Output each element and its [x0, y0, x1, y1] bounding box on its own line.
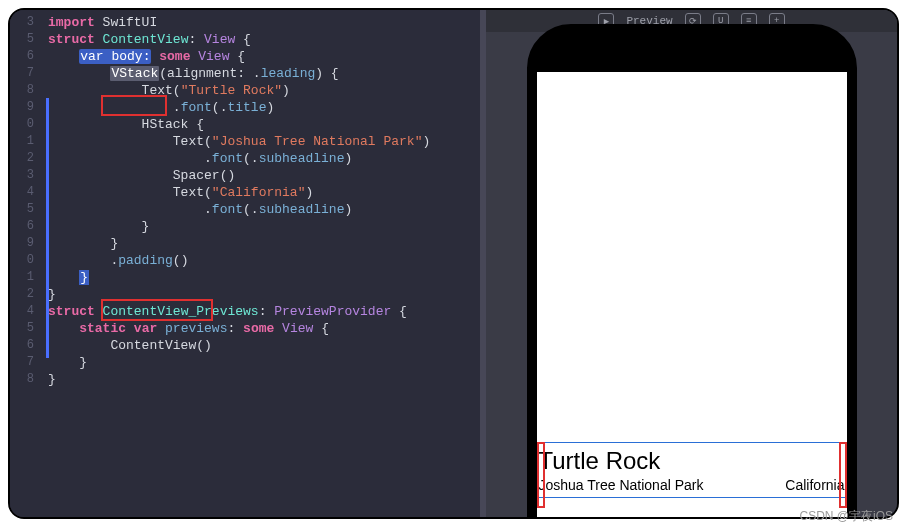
watermark: CSDN @宇夜iOS — [799, 508, 893, 525]
highlight-padding-right — [839, 442, 847, 508]
content-view: Turtle Rock Joshua Tree National Park Ca… — [537, 442, 847, 498]
highlight-padding-left — [537, 442, 545, 508]
preview-pane: ▶ Preview ⟳ U ≡ + Turtle Rock Joshua Tre… — [486, 10, 897, 517]
subtitle-row: Joshua Tree National Park California — [539, 477, 845, 493]
device-notch — [627, 34, 757, 56]
location-text: Joshua Tree National Park — [539, 477, 704, 493]
title-text: Turtle Rock — [539, 447, 845, 475]
line-number-gutter: 3567890123456901245678 — [10, 10, 40, 517]
code-editor-pane: 3567890123456901245678 import SwiftUIstr… — [10, 10, 480, 517]
window: 3567890123456901245678 import SwiftUIstr… — [8, 8, 899, 519]
device-screen: Turtle Rock Joshua Tree National Park Ca… — [537, 72, 847, 519]
device-frame: Turtle Rock Joshua Tree National Park Ca… — [527, 24, 857, 519]
code-area[interactable]: import SwiftUIstruct ContentView: View {… — [40, 10, 480, 517]
state-text: California — [785, 477, 844, 493]
